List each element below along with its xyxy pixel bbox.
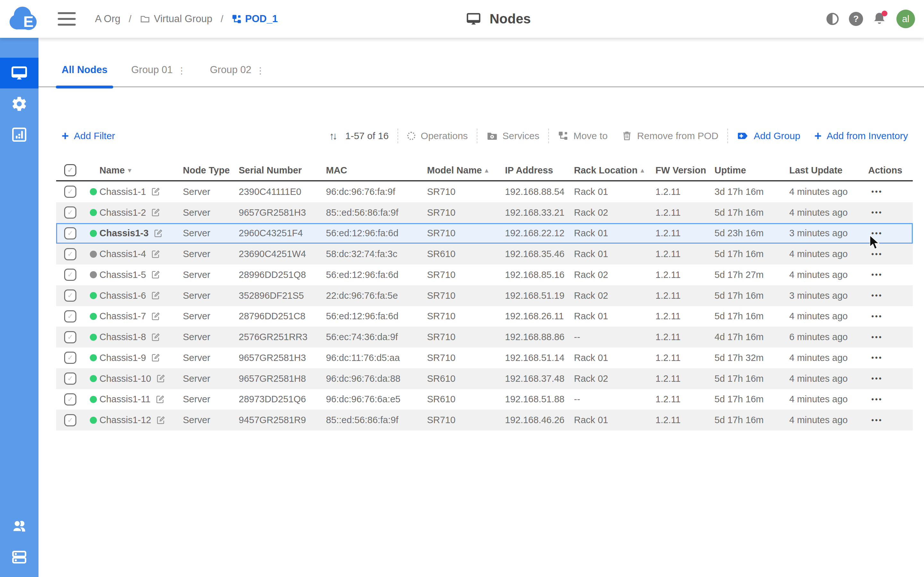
row-actions-button[interactable]: •••	[871, 187, 883, 196]
sidebar-item-nodes[interactable]	[0, 58, 39, 89]
row-checkbox[interactable]: ✓	[64, 372, 76, 385]
table-row[interactable]: ✓Chassis1-11Server28973DD251Q696:dc:96:7…	[56, 389, 913, 410]
node-name-link[interactable]: Chassis1-7	[99, 311, 146, 322]
node-name-link[interactable]: Chassis1-8	[99, 332, 146, 342]
row-checkbox[interactable]: ✓	[64, 269, 76, 281]
column-header-actions[interactable]: Actions	[868, 165, 913, 176]
theme-contrast-icon[interactable]	[825, 11, 840, 26]
row-actions-button[interactable]: •••	[871, 374, 883, 383]
row-checkbox[interactable]: ✓	[64, 227, 76, 239]
row-actions-button[interactable]: •••	[871, 395, 883, 404]
table-row[interactable]: ✓Chassis1-6Server352896DF21S522:dc:96:76…	[56, 285, 913, 306]
services-button[interactable]: Services	[486, 131, 540, 141]
table-row[interactable]: ✓Chassis1-1Server2390C41111E096:dc:96:76…	[56, 181, 913, 202]
column-header-fw-version[interactable]: FW Version	[656, 165, 714, 176]
table-row[interactable]: ✓Chassis1-12Server9457GR2581R985::ed:56:…	[56, 410, 913, 430]
tab-menu-kebab-icon[interactable]: ⋮	[177, 65, 186, 76]
column-header-name[interactable]: Name▾	[99, 165, 183, 176]
edit-name-icon[interactable]	[151, 270, 160, 279]
node-name-link[interactable]: Chassis1-1	[99, 187, 146, 197]
node-name-link[interactable]: Chassis1-2	[99, 207, 146, 218]
node-name-link[interactable]: Chassis1-10	[99, 374, 151, 384]
help-icon[interactable]: ?	[849, 12, 863, 26]
move-to-button[interactable]: Move to	[558, 131, 607, 141]
tab-menu-kebab-icon[interactable]: ⋮	[256, 65, 265, 76]
notifications-bell-icon[interactable]	[872, 11, 887, 27]
table-row[interactable]: ✓Chassis1-3Server2960C43251F456:ed:12:96…	[56, 223, 913, 244]
node-name-link[interactable]: Chassis1-4	[99, 249, 146, 259]
breadcrumb-org[interactable]: A Org	[95, 13, 120, 25]
row-checkbox[interactable]: ✓	[64, 290, 76, 301]
edit-name-icon[interactable]	[151, 312, 160, 321]
table-row[interactable]: ✓Chassis1-2Server9657GR2581H385::ed:56:8…	[56, 202, 913, 223]
row-checkbox[interactable]: ✓	[64, 185, 76, 198]
remove-from-pod-button[interactable]: Remove from POD	[622, 131, 718, 141]
edit-name-icon[interactable]	[151, 333, 160, 342]
edit-name-icon[interactable]	[151, 208, 160, 217]
cell-model: SR610	[427, 394, 456, 405]
table-row[interactable]: ✓Chassis1-5Server28996DD251Q856:ed:12:96…	[56, 264, 913, 285]
breadcrumb-group[interactable]: Virtual Group	[140, 13, 212, 25]
avatar[interactable]: al	[897, 10, 915, 28]
node-name-link[interactable]: Chassis1-3	[99, 228, 149, 239]
edit-name-icon[interactable]	[156, 416, 165, 425]
edit-name-icon[interactable]	[153, 229, 163, 238]
row-checkbox[interactable]: ✓	[64, 414, 76, 426]
sidebar-item-users[interactable]	[0, 511, 39, 542]
hamburger-menu-icon[interactable]	[58, 12, 76, 26]
table-row[interactable]: ✓Chassis1-7Server28796DD251C856:ed:12:96…	[56, 306, 913, 327]
edit-name-icon[interactable]	[156, 374, 165, 383]
table-row[interactable]: ✓Chassis1-10Server9657GR2581H896:dc:96:7…	[56, 368, 913, 389]
edit-name-icon[interactable]	[151, 291, 160, 300]
sidebar-item-inventory[interactable]	[0, 542, 39, 572]
row-actions-button[interactable]: •••	[871, 333, 883, 342]
row-checkbox[interactable]: ✓	[64, 310, 76, 322]
column-header-rack-location[interactable]: Rack Location▴	[574, 165, 656, 176]
column-header-model-name[interactable]: Model Name▴	[427, 165, 505, 176]
row-actions-button[interactable]: •••	[871, 312, 883, 321]
node-name-link[interactable]: Chassis1-9	[99, 353, 146, 363]
row-actions-button[interactable]: •••	[871, 416, 883, 424]
node-name-link[interactable]: Chassis1-6	[99, 290, 146, 301]
row-checkbox[interactable]: ✓	[64, 248, 76, 260]
row-actions-button[interactable]: •••	[871, 208, 883, 217]
sidebar-item-analytics[interactable]	[0, 119, 39, 150]
column-header-serial-number[interactable]: Serial Number	[239, 165, 326, 176]
edit-name-icon[interactable]	[156, 395, 165, 404]
node-name-link[interactable]: Chassis1-11	[99, 394, 150, 405]
node-name-link[interactable]: Chassis1-12	[99, 415, 151, 425]
row-actions-button[interactable]: •••	[871, 271, 883, 279]
column-header-ip-address[interactable]: IP Address	[505, 165, 574, 176]
column-header-last-update[interactable]: Last Update	[789, 165, 868, 176]
node-name-link[interactable]: Chassis1-5	[99, 269, 146, 280]
edit-name-icon[interactable]	[151, 353, 160, 362]
edit-name-icon[interactable]	[151, 250, 160, 259]
row-actions-button[interactable]: •••	[871, 250, 883, 258]
select-all-checkbox[interactable]: ✓	[64, 164, 76, 176]
column-header-node-type[interactable]: Node Type	[183, 165, 239, 176]
row-actions-button[interactable]: •••	[871, 354, 883, 362]
tab-group-02[interactable]: Group 02⋮	[210, 53, 265, 87]
table-row[interactable]: ✓Chassis1-4Server23690C4251W458:dc:32:74…	[56, 243, 913, 264]
add-filter-button[interactable]: + Add Filter	[61, 130, 115, 142]
sidebar-item-settings[interactable]	[0, 89, 39, 119]
row-actions-button[interactable]: •••	[871, 292, 883, 300]
row-checkbox[interactable]: ✓	[64, 331, 76, 343]
tab-all-nodes[interactable]: All Nodes	[61, 53, 107, 87]
table-row[interactable]: ✓Chassis1-9Server9657GR2581H396:dc:11:76…	[56, 348, 913, 368]
row-checkbox[interactable]: ✓	[64, 393, 76, 406]
add-from-inventory-button[interactable]: + Add from Inventory	[814, 130, 908, 142]
sort-range-control[interactable]: ↑↓ 1-57 of 16	[329, 130, 389, 142]
edit-name-icon[interactable]	[151, 187, 160, 196]
column-header-mac[interactable]: MAC	[326, 165, 427, 176]
table-row[interactable]: ✓Chassis1-8Server2576GR251RR356:ec:74:36…	[56, 327, 913, 348]
add-group-button[interactable]: Add Group	[737, 130, 800, 142]
tab-group-01[interactable]: Group 01⋮	[131, 53, 186, 87]
row-checkbox[interactable]: ✓	[64, 351, 76, 364]
column-header-uptime[interactable]: Uptime	[714, 165, 789, 176]
breadcrumb-pod[interactable]: POD_1	[232, 13, 278, 25]
row-actions-button[interactable]: •••	[871, 229, 883, 237]
operations-button[interactable]: Operations	[407, 131, 468, 141]
row-checkbox[interactable]: ✓	[64, 206, 76, 219]
app-logo-cloud-icon[interactable]: E	[8, 5, 38, 33]
